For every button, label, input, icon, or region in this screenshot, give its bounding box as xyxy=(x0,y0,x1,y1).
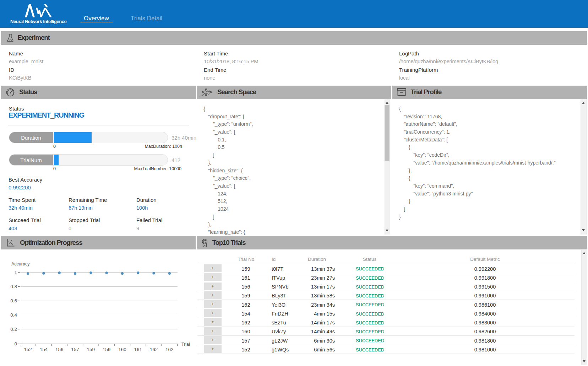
svg-text:0.2: 0.2 xyxy=(10,327,17,332)
svg-text:Trial: Trial xyxy=(181,342,190,347)
svg-text:156: 156 xyxy=(55,347,64,352)
svg-text:0: 0 xyxy=(14,341,17,346)
svg-text:159: 159 xyxy=(103,347,111,352)
svg-text:162: 162 xyxy=(150,347,158,352)
svg-text:160: 160 xyxy=(118,347,126,352)
svg-text:159: 159 xyxy=(87,347,95,352)
svg-text:0.8: 0.8 xyxy=(10,284,17,289)
svg-text:152: 152 xyxy=(24,347,32,352)
svg-text:157: 157 xyxy=(71,347,79,352)
svg-text:162: 162 xyxy=(165,347,174,352)
svg-text:161: 161 xyxy=(134,347,142,352)
svg-text:1: 1 xyxy=(14,270,17,275)
svg-text:0.6: 0.6 xyxy=(10,298,17,303)
svg-text:Accuracy: Accuracy xyxy=(11,262,30,267)
svg-text:0.4: 0.4 xyxy=(10,312,17,318)
svg-text:154: 154 xyxy=(40,347,48,352)
